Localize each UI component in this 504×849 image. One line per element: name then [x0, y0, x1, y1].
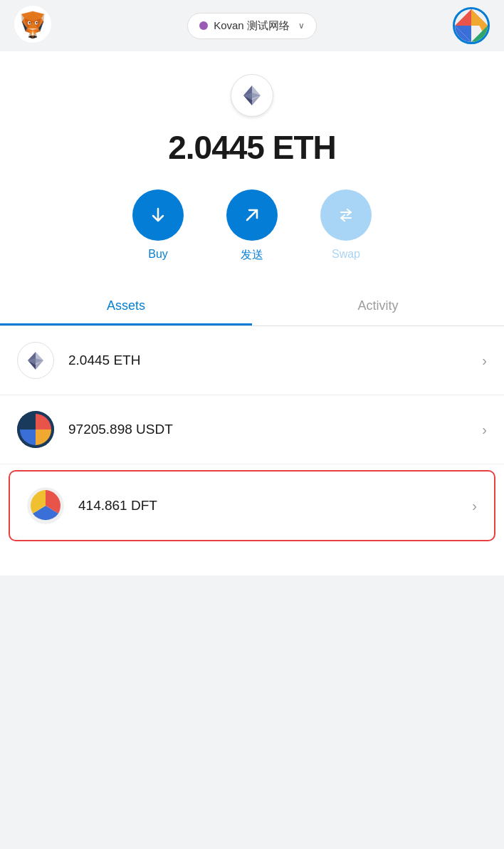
usdt-asset-icon — [17, 411, 54, 448]
tab-assets[interactable]: Assets — [0, 288, 252, 325]
svg-point-25 — [28, 22, 30, 24]
eth-asset-icon — [17, 342, 54, 379]
buy-label: Buy — [148, 248, 168, 261]
balance-amount: 2.0445 ETH — [168, 129, 335, 166]
send-label: 发送 — [241, 248, 263, 263]
swap-label: Swap — [332, 248, 360, 261]
svg-line-35 — [247, 210, 257, 220]
balance-container: 2.0445 ETH — [0, 128, 504, 189]
dft-chevron-icon: › — [472, 498, 477, 514]
tabs: Assets Activity — [0, 288, 504, 326]
send-action[interactable]: 发送 — [226, 189, 278, 263]
account-avatar[interactable] — [453, 7, 490, 44]
network-name: Kovan 测试网络 — [214, 19, 290, 33]
dft-amount: 414.861 DFT — [78, 498, 472, 514]
metamask-logo — [14, 6, 51, 46]
header: Kovan 测试网络 ∨ — [0, 0, 504, 51]
eth-chevron-icon: › — [482, 353, 487, 369]
buy-action[interactable]: Buy — [132, 189, 184, 263]
eth-logo — [231, 74, 273, 117]
main-content: 2.0445 ETH Buy 发送 — [0, 51, 504, 575]
send-button[interactable] — [226, 189, 278, 241]
swap-action[interactable]: Swap — [320, 189, 372, 263]
eth-amount: 2.0445 ETH — [68, 353, 482, 368]
usdt-chevron-icon: › — [482, 422, 487, 438]
asset-list: 2.0445 ETH › 97205.898 USDT › — [0, 326, 504, 541]
network-dot — [199, 21, 208, 30]
network-selector[interactable]: Kovan 测试网络 ∨ — [187, 13, 317, 39]
asset-item-eth[interactable]: 2.0445 ETH › — [0, 326, 504, 395]
svg-point-26 — [36, 22, 37, 24]
buy-button[interactable] — [132, 189, 184, 241]
dft-asset-icon — [27, 487, 64, 524]
asset-item-usdt[interactable]: 97205.898 USDT › — [0, 395, 504, 464]
eth-icon-container — [0, 51, 504, 128]
asset-item-dft[interactable]: 414.861 DFT › — [9, 470, 495, 541]
usdt-amount: 97205.898 USDT — [68, 422, 482, 437]
actions: Buy 发送 Swap — [0, 189, 504, 288]
swap-button[interactable] — [320, 189, 372, 241]
tab-activity[interactable]: Activity — [252, 288, 504, 325]
chevron-down-icon: ∨ — [298, 21, 305, 31]
